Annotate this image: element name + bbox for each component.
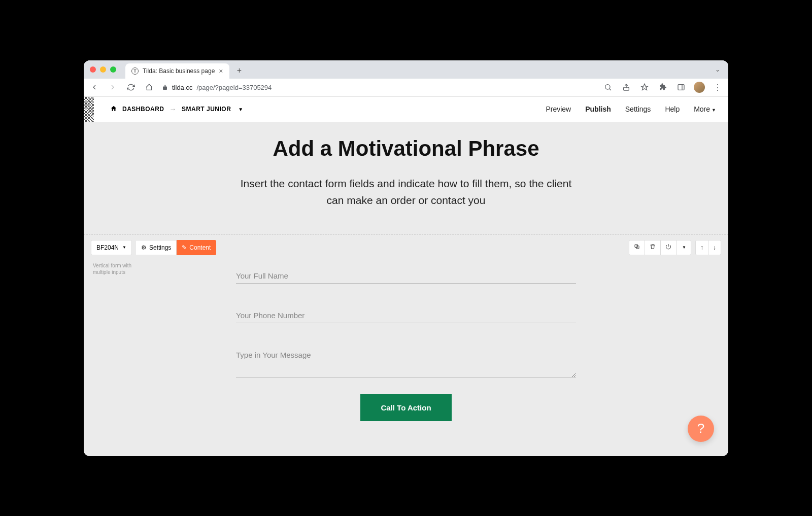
block-description: Vertical form with multiple inputs [93, 262, 149, 276]
breadcrumb-project[interactable]: SMART JUNIOR [182, 106, 231, 113]
url-input[interactable]: tilda.cc/page/?pageid=33705294 [162, 84, 595, 91]
move-block-down-button[interactable]: ↓ [708, 240, 721, 255]
hero-title: Add a Motivational Phrase [104, 136, 708, 161]
form-field-phone [236, 308, 576, 323]
search-icon[interactable] [602, 82, 614, 93]
hero-block[interactable]: Add a Motivational Phrase Insert the con… [84, 122, 728, 234]
chevron-down-icon: ▼ [122, 245, 126, 250]
duplicate-block-button[interactable] [629, 240, 645, 255]
browser-tab-bar: T Tilda: Basic business page × + ⌄ [84, 60, 728, 79]
nav-help[interactable]: Help [665, 105, 680, 113]
breadcrumb-dashboard[interactable]: DASHBOARD [122, 106, 164, 113]
arrow-up-icon: ↑ [700, 244, 703, 251]
sidepanel-icon[interactable] [675, 82, 687, 93]
browser-tab[interactable]: T Tilda: Basic business page × [125, 63, 229, 79]
form-field-message [236, 348, 576, 380]
close-tab-icon[interactable]: × [219, 67, 223, 75]
form-block[interactable]: Call To Action [236, 255, 576, 441]
cta-button[interactable]: Call To Action [360, 394, 451, 421]
pencil-icon: ✎ [182, 244, 187, 251]
block-settings-button[interactable]: ⚙ Settings [136, 240, 177, 255]
window-traffic-lights [90, 66, 116, 73]
delete-block-button[interactable] [645, 240, 661, 255]
tab-favicon-icon: T [131, 67, 139, 75]
gear-icon: ⚙ [141, 244, 147, 251]
name-input[interactable] [236, 268, 576, 284]
message-textarea[interactable] [236, 348, 576, 378]
minimize-window-button[interactable] [100, 66, 106, 73]
home-icon[interactable] [110, 105, 117, 114]
browser-address-bar: tilda.cc/page/?pageid=33705294 ⋮ [84, 79, 728, 97]
home-button[interactable] [144, 82, 155, 93]
breadcrumb-caret-icon[interactable]: ▼ [238, 107, 243, 112]
power-icon [665, 244, 671, 251]
hero-subtitle: Insert the contact form fields and indic… [233, 175, 579, 209]
forward-button[interactable] [107, 82, 118, 93]
browser-menu-icon[interactable]: ⋮ [712, 82, 723, 93]
close-window-button[interactable] [90, 66, 96, 73]
nav-settings[interactable]: Settings [625, 105, 651, 113]
new-tab-button[interactable]: + [233, 64, 246, 77]
decorative-zigzag [84, 97, 94, 122]
back-button[interactable] [89, 82, 100, 93]
url-host: tilda.cc [172, 84, 192, 91]
nav-preview[interactable]: Preview [546, 105, 571, 113]
phone-input[interactable] [236, 308, 576, 323]
svg-rect-2 [678, 85, 684, 90]
question-icon: ? [697, 421, 704, 436]
form-field-name [236, 268, 576, 284]
page-canvas: Add a Motivational Phrase Insert the con… [84, 122, 728, 456]
app-nav: Preview Publish Settings Help More▼ [546, 105, 716, 113]
lock-icon [162, 84, 168, 90]
nav-more[interactable]: More▼ [694, 105, 716, 113]
expand-tabs-icon[interactable]: ⌄ [715, 66, 722, 73]
block-more-button[interactable]: ▼ [676, 240, 691, 255]
breadcrumb: DASHBOARD → SMART JUNIOR ▼ [110, 105, 244, 114]
svg-point-0 [605, 85, 610, 89]
url-path: /page/?pageid=33705294 [196, 84, 272, 91]
arrow-down-icon: ↓ [713, 244, 716, 251]
tab-title: Tilda: Basic business page [143, 67, 215, 75]
trash-icon [650, 244, 656, 251]
profile-avatar[interactable] [694, 82, 705, 93]
app-header: DASHBOARD → SMART JUNIOR ▼ Preview Publi… [84, 97, 728, 122]
maximize-window-button[interactable] [110, 66, 116, 73]
move-block-up-button[interactable]: ↑ [695, 240, 708, 255]
share-icon[interactable] [621, 82, 632, 93]
breadcrumb-arrow-icon: → [170, 105, 177, 113]
extensions-icon[interactable] [657, 82, 668, 93]
chevron-down-icon: ▼ [712, 108, 716, 113]
block-toolbar: BF204N ▼ ⚙ Settings ✎ Content Vertical f… [84, 235, 728, 255]
browser-window: T Tilda: Basic business page × + ⌄ tilda… [84, 60, 728, 456]
toggle-block-button[interactable] [661, 240, 676, 255]
help-fab-button[interactable]: ? [688, 416, 714, 442]
chevron-down-icon: ▼ [682, 245, 686, 250]
bookmark-icon[interactable] [639, 82, 650, 93]
block-id-button[interactable]: BF204N ▼ [91, 240, 132, 255]
reload-button[interactable] [125, 82, 137, 93]
copy-icon [634, 244, 640, 251]
block-content-button[interactable]: ✎ Content [177, 240, 216, 255]
nav-publish[interactable]: Publish [585, 105, 611, 113]
